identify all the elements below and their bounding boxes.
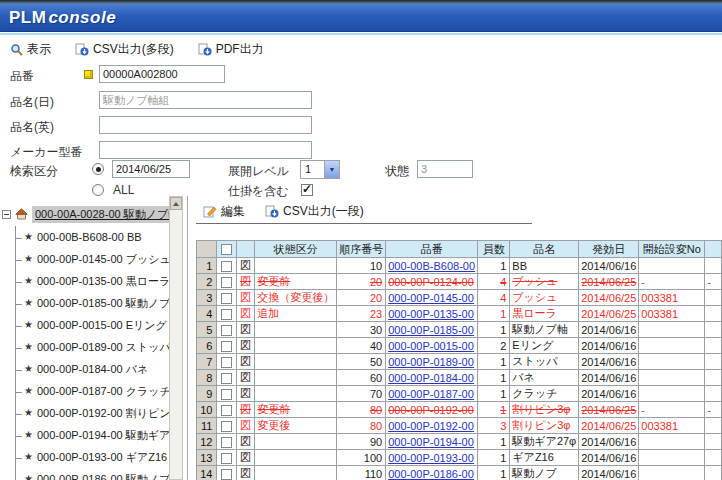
ecn-cell: - bbox=[639, 402, 705, 418]
date-cell-text: 2014/06/16 bbox=[581, 324, 636, 336]
date-cell-text: 2014/06/25 bbox=[581, 276, 636, 288]
state-label: 状態 bbox=[385, 163, 409, 180]
tree-item[interactable]: ★000-00P-0145-00 ブッシュ bbox=[0, 248, 169, 270]
tree-item[interactable]: ★000-00P-0184-00 バネ bbox=[0, 358, 169, 380]
part-no-link[interactable]: 000-00P-0193-00 bbox=[388, 452, 474, 464]
drawing-icon[interactable]: 図 bbox=[240, 275, 251, 287]
select-all-checkbox[interactable] bbox=[221, 244, 232, 255]
order-cell-text: 20 bbox=[370, 292, 382, 304]
row-checkbox[interactable] bbox=[221, 389, 232, 400]
figure-cell: 図 bbox=[236, 306, 255, 322]
drawing-icon[interactable]: 図 bbox=[240, 291, 251, 303]
extra-cell-text: - bbox=[707, 276, 711, 288]
drawing-icon[interactable]: 図 bbox=[240, 339, 251, 351]
note-icon[interactable] bbox=[84, 70, 93, 79]
drawing-icon[interactable]: 図 bbox=[240, 451, 251, 463]
date-cell-text: 2014/06/16 bbox=[581, 260, 636, 272]
drawing-icon[interactable]: 図 bbox=[240, 467, 251, 479]
row-checkbox[interactable] bbox=[221, 309, 232, 320]
order-cell-text: 40 bbox=[370, 340, 382, 352]
tree-item[interactable]: ★000-00P-0194-00 駆動ギア27φ bbox=[0, 424, 169, 446]
tree-item[interactable]: ★000-00B-B608-00 BB bbox=[0, 226, 169, 248]
drawing-icon[interactable]: 図 bbox=[240, 435, 251, 447]
part-no-link[interactable]: 000-00P-0192-00 bbox=[388, 420, 474, 432]
row-checkbox[interactable] bbox=[221, 373, 232, 384]
row-checkbox[interactable] bbox=[221, 453, 232, 464]
tree-item[interactable]: ★000-00P-0015-00 Eリング bbox=[0, 314, 169, 336]
part-no-label: 品番 bbox=[10, 68, 34, 85]
part-no-cell: 000-00P-0145-00 bbox=[386, 290, 478, 306]
tree-root-item[interactable]: 000-00A-0028-00 駆動ノブ軸組 bbox=[2, 205, 169, 223]
tree-item[interactable]: ★000-00P-0185-00 駆動ノブ軸 bbox=[0, 292, 169, 314]
panel-divider[interactable] bbox=[187, 196, 188, 480]
name-en-input[interactable] bbox=[99, 116, 312, 134]
row-checkbox[interactable] bbox=[221, 293, 232, 304]
row-checkbox[interactable] bbox=[221, 421, 232, 432]
search-date-radio[interactable] bbox=[92, 163, 104, 175]
row-checkbox[interactable] bbox=[221, 405, 232, 416]
part-no-link[interactable]: 000-00B-B608-00 bbox=[388, 260, 475, 272]
order-cell-text: 70 bbox=[370, 388, 382, 400]
expand-level-select[interactable]: 1 ▼ bbox=[300, 160, 340, 179]
name-jp-input[interactable] bbox=[99, 91, 312, 109]
ecn-cell bbox=[639, 322, 705, 338]
state-input[interactable] bbox=[417, 160, 473, 178]
search-all-radio[interactable] bbox=[92, 184, 104, 196]
view-button[interactable]: 表示 bbox=[10, 41, 51, 58]
drawing-icon[interactable]: 図 bbox=[240, 307, 251, 319]
collapse-icon[interactable] bbox=[2, 210, 11, 219]
drawing-icon[interactable]: 図 bbox=[240, 371, 251, 383]
drawing-icon[interactable]: 図 bbox=[240, 419, 251, 431]
row-select-cell bbox=[217, 418, 236, 434]
part-no-link[interactable]: 000-00P-0135-00 bbox=[388, 308, 474, 320]
part-no-link[interactable]: 000-00P-0145-00 bbox=[388, 292, 474, 304]
order-cell-text: 10 bbox=[370, 260, 382, 272]
maker-model-input[interactable] bbox=[99, 141, 312, 159]
search-date-input[interactable] bbox=[112, 160, 190, 178]
drawing-icon[interactable]: 図 bbox=[240, 355, 251, 367]
row-checkbox[interactable] bbox=[221, 341, 232, 352]
part-no-link[interactable]: 000-00P-0186-00 bbox=[388, 468, 474, 480]
row-checkbox[interactable] bbox=[221, 277, 232, 288]
qty-cell-text: 4 bbox=[500, 292, 506, 304]
ecn-cell bbox=[639, 450, 705, 466]
drawing-icon[interactable]: 図 bbox=[240, 259, 251, 271]
order-cell: 10 bbox=[337, 258, 386, 274]
qty-cell-text: 3 bbox=[500, 420, 506, 432]
tree-item[interactable]: ★000-00P-0135-00 黒ローラ bbox=[0, 270, 169, 292]
tree-item[interactable]: ★000-00P-0189-00 ストッパ bbox=[0, 336, 169, 358]
csv-export-single-button[interactable]: CSV出力(一段) bbox=[265, 203, 364, 220]
tree-item-label: 000-00P-0145-00 ブッシュ bbox=[37, 253, 169, 265]
drawing-icon[interactable]: 図 bbox=[240, 403, 251, 415]
part-no-link[interactable]: 000-00P-0015-00 bbox=[388, 340, 474, 352]
part-no-link[interactable]: 000-00P-0185-00 bbox=[388, 324, 474, 336]
drawing-icon[interactable]: 図 bbox=[240, 387, 251, 399]
row-checkbox[interactable] bbox=[221, 357, 232, 368]
tree-item[interactable]: ★000-00P-0192-00 割りピン3φ bbox=[0, 402, 169, 424]
tree-scrollbar[interactable] bbox=[169, 196, 183, 480]
csv-export-multi-button[interactable]: CSV出力(多段) bbox=[75, 41, 174, 58]
app-header: PLMconsole bbox=[0, 4, 722, 32]
include-wip-checkbox[interactable] bbox=[301, 184, 313, 196]
row-checkbox[interactable] bbox=[221, 469, 232, 480]
name-cell: ストッパ bbox=[510, 354, 579, 370]
edit-button[interactable]: 編集 bbox=[203, 203, 245, 220]
part-no-link[interactable]: 000-00P-0187-00 bbox=[388, 388, 474, 400]
row-checkbox[interactable] bbox=[221, 325, 232, 336]
tree-item[interactable]: ★000-00P-0187-00 クラッチ bbox=[0, 380, 169, 402]
part-no-input[interactable] bbox=[99, 65, 225, 83]
tree-item[interactable]: ★000-00P-0193-00 ギアZ16 bbox=[0, 446, 169, 468]
part-no-link[interactable]: 000-00P-0184-00 bbox=[388, 372, 474, 384]
scroll-up-button[interactable] bbox=[170, 197, 182, 210]
chevron-down-icon[interactable]: ▼ bbox=[324, 161, 339, 178]
drawing-icon[interactable]: 図 bbox=[240, 323, 251, 335]
tree-root-label[interactable]: 000-00A-0028-00 駆動ノブ軸組 bbox=[32, 206, 169, 223]
pdf-export-button[interactable]: PDF出力 bbox=[198, 41, 264, 58]
part-no-link[interactable]: 000-00P-0194-00 bbox=[388, 436, 474, 448]
row-checkbox[interactable] bbox=[221, 261, 232, 272]
figure-cell: 図 bbox=[236, 258, 255, 274]
tree-item[interactable]: ★000-00P-0186-00 駆動ノブ bbox=[0, 468, 169, 480]
row-checkbox[interactable] bbox=[221, 437, 232, 448]
part-no-link[interactable]: 000-00P-0189-00 bbox=[388, 356, 474, 368]
tree-item-label: 000-00P-0192-00 割りピン3φ bbox=[37, 407, 169, 419]
